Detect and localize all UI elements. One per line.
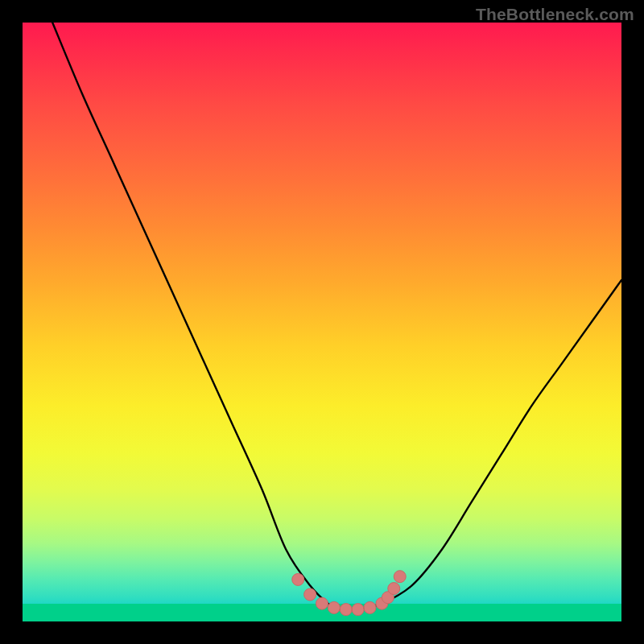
watermark-text: TheBottleneck.com: [476, 5, 634, 24]
curve-marker: [388, 583, 400, 595]
bottleneck-curve-path: [52, 23, 621, 610]
curve-marker: [316, 597, 328, 609]
curve-marker: [364, 601, 376, 613]
curve-marker: [394, 571, 406, 583]
curve-marker: [292, 573, 304, 585]
curve-marker: [352, 604, 364, 616]
marker-group: [292, 571, 406, 616]
bottleneck-curve-svg: [23, 23, 621, 621]
curve-marker: [328, 601, 340, 613]
curve-marker: [304, 588, 316, 601]
plot-area: [23, 23, 621, 621]
curve-marker: [340, 604, 352, 616]
chart-frame: TheBottleneck.com: [0, 0, 644, 644]
